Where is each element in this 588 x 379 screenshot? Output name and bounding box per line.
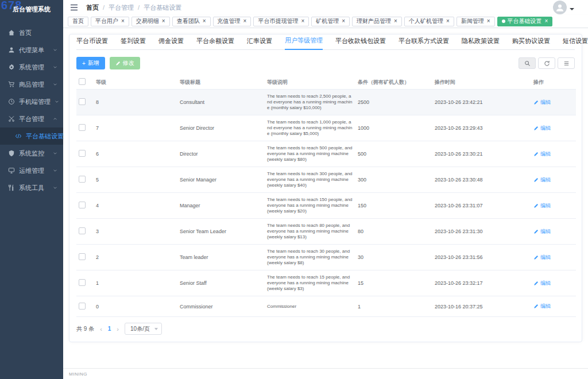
cell-title: Senior Staff xyxy=(177,270,265,296)
cell-time: 2023-10-26 23:42:21 xyxy=(432,90,531,115)
row-checkbox[interactable] xyxy=(79,202,86,208)
close-icon[interactable]: × xyxy=(545,18,548,24)
tab-exchange-rate-settings[interactable]: 汇率设置 xyxy=(247,37,272,49)
close-icon[interactable]: × xyxy=(487,18,490,24)
tab-platform-coin-settings[interactable]: 平台币设置 xyxy=(76,37,108,49)
sidebar-item-home[interactable]: 首页 xyxy=(0,24,63,41)
search-toggle-button[interactable] xyxy=(519,57,536,69)
close-icon[interactable]: × xyxy=(446,18,450,24)
row-checkbox[interactable] xyxy=(79,227,86,234)
edit-row-button[interactable]: 编辑 xyxy=(533,303,551,310)
page-size-select[interactable]: 10条/页 xyxy=(125,323,162,335)
shield-icon xyxy=(8,150,15,157)
close-icon[interactable]: × xyxy=(162,18,165,24)
select-all-checkbox[interactable] xyxy=(79,78,86,85)
table-row: 0 Commissioner Commissioner 1 2023-10-16… xyxy=(76,296,576,317)
cell-level: 6 xyxy=(94,141,177,167)
tab-receiving-wallet-settings[interactable]: 平台收款钱包设置 xyxy=(335,37,386,49)
edit-button[interactable]: 修改 xyxy=(110,57,140,69)
cell-desc: The team needs to reach 500 people, and … xyxy=(265,141,355,167)
tag-label: 矿机管理 xyxy=(316,17,339,25)
row-checkbox[interactable] xyxy=(79,176,86,183)
breadcrumb-platform-management[interactable]: 平台管理 xyxy=(109,3,134,12)
next-page-button[interactable]: › xyxy=(117,326,119,332)
edit-row-button[interactable]: 编辑 xyxy=(533,228,551,235)
user-icon xyxy=(8,47,15,53)
close-icon[interactable]: × xyxy=(342,18,345,24)
edit-row-button[interactable]: 编辑 xyxy=(533,254,551,261)
chevron-down-icon xyxy=(53,65,57,69)
tab-privacy-policy-settings[interactable]: 隐私政策设置 xyxy=(462,37,500,49)
sidebar-item-agent-menu[interactable]: 代理菜单 xyxy=(0,41,63,59)
sidebar-toggle-icon[interactable] xyxy=(70,4,78,11)
sidebar-item-platform-management[interactable]: 平台管理 xyxy=(0,110,63,127)
tag-label: 交易明细 xyxy=(136,17,159,25)
chevron-down-icon xyxy=(53,82,57,87)
sidebar-item-system-tools[interactable]: 系统工具 xyxy=(0,179,63,196)
edit-row-button[interactable]: 编辑 xyxy=(533,202,551,210)
sidebar-item-platform-basic-settings[interactable]: 平台基础设置 xyxy=(0,127,63,145)
tag-platform-users[interactable]: 平台用户× xyxy=(91,17,129,26)
tag-platform-basic-settings[interactable]: 平台基础设置× xyxy=(497,17,553,26)
tab-user-level-management[interactable]: 用户等级管理 xyxy=(285,36,323,50)
breadcrumb-home[interactable]: 首页 xyxy=(86,3,99,12)
user-menu[interactable] xyxy=(553,1,582,14)
edit-row-button[interactable]: 编辑 xyxy=(533,176,551,184)
edit-row-button[interactable]: 编辑 xyxy=(533,125,551,132)
cell-condition: 300 xyxy=(355,167,432,193)
breadcrumb: 首页 / 平台管理 / 平台基础设置 xyxy=(86,3,181,12)
close-icon[interactable]: × xyxy=(243,18,247,24)
edit-row-button[interactable]: 编辑 xyxy=(533,280,551,287)
sidebar-menu: 首页 代理菜单 系统管理 商品管理 手机端管理 xyxy=(0,24,63,196)
table-row: 6 Director The team needs to reach 500 p… xyxy=(76,141,576,167)
close-icon[interactable]: × xyxy=(394,18,397,24)
columns-button[interactable] xyxy=(558,57,575,69)
tag-recharge-management[interactable]: 充值管理× xyxy=(213,17,252,26)
tag-withdrawal-management[interactable]: 平台币提现管理× xyxy=(253,17,309,26)
tag-miner-management[interactable]: 矿机管理× xyxy=(311,17,350,26)
cell-condition: 30 xyxy=(355,245,432,270)
sidebar-item-label: 商品管理 xyxy=(19,80,44,89)
tag-home[interactable]: 首页 xyxy=(68,17,88,26)
settings-tabs: 平台币设置 签到设置 佣金设置 平台余额设置 汇率设置 用户等级管理 平台收款钱… xyxy=(76,34,575,50)
edit-row-button[interactable]: 编辑 xyxy=(533,150,551,158)
row-checkbox[interactable] xyxy=(79,279,86,286)
tag-label: 个人矿机管理 xyxy=(409,17,443,25)
edit-link-label: 编辑 xyxy=(540,125,551,132)
sidebar-item-goods-management[interactable]: 商品管理 xyxy=(0,76,63,93)
tab-contact-settings[interactable]: 平台联系方式设置 xyxy=(399,37,449,49)
tag-news-management[interactable]: 新闻管理× xyxy=(457,17,495,26)
row-checkbox[interactable] xyxy=(79,150,86,157)
page-number-1[interactable]: 1 xyxy=(108,326,111,332)
tag-wealth-product-management[interactable]: 理财产品管理× xyxy=(352,17,402,26)
refresh-button[interactable] xyxy=(538,57,555,69)
tag-view-team[interactable]: 查看团队× xyxy=(172,17,211,26)
row-checkbox[interactable] xyxy=(79,253,86,260)
sidebar-item-system-management[interactable]: 系统管理 xyxy=(0,59,63,76)
close-icon[interactable]: × xyxy=(121,18,125,24)
tag-transaction-detail[interactable]: 交易明细× xyxy=(131,17,170,26)
tab-checkin-settings[interactable]: 签到设置 xyxy=(121,37,146,49)
close-icon[interactable]: × xyxy=(203,18,206,24)
monitor-icon xyxy=(8,167,15,174)
avatar[interactable] xyxy=(553,1,567,14)
table-tools xyxy=(519,57,575,69)
row-checkbox[interactable] xyxy=(79,98,86,105)
row-checkbox[interactable] xyxy=(79,303,86,310)
tag-personal-miner-management[interactable]: 个人矿机管理× xyxy=(404,17,454,26)
cell-title: Team leader xyxy=(177,245,265,270)
sidebar-item-label: 代理菜单 xyxy=(19,46,44,55)
tab-sms-settings[interactable]: 短信设置 xyxy=(563,37,588,49)
tab-purchase-agreement-settings[interactable]: 购买协议设置 xyxy=(512,37,550,49)
close-icon[interactable]: × xyxy=(301,18,304,24)
sidebar-item-system-monitor[interactable]: 系统监控 xyxy=(0,145,63,162)
tab-platform-balance-settings[interactable]: 平台余额设置 xyxy=(196,37,234,49)
tab-commission-settings[interactable]: 佣金设置 xyxy=(158,37,184,49)
edit-row-button[interactable]: 编辑 xyxy=(533,99,551,106)
prev-page-button[interactable]: ‹ xyxy=(100,326,102,332)
row-checkbox[interactable] xyxy=(79,124,86,131)
add-button[interactable]: + 新增 xyxy=(76,57,105,69)
sidebar-item-mobile-management[interactable]: 手机端管理 xyxy=(0,93,63,110)
sidebar-item-ops-management[interactable]: 运维管理 xyxy=(0,162,63,179)
pencil-icon xyxy=(533,203,539,208)
